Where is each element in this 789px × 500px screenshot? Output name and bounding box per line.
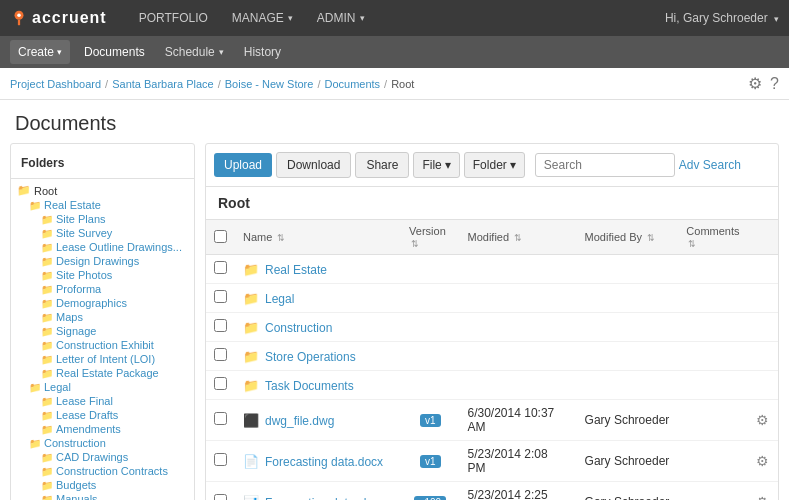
sidebar-item-site-plans[interactable]: 📁Site Plans (41, 212, 194, 226)
breadcrumb-actions: ⚙ ? (748, 74, 779, 93)
second-navigation: Create ▾ Documents Schedule ▾ History (0, 36, 789, 68)
sidebar-item-construction-exhibit[interactable]: 📁Construction Exhibit (41, 338, 194, 352)
modified-date: 5/23/2014 2:25 PM (460, 482, 577, 501)
breadcrumb-boise[interactable]: Boise - New Store (225, 78, 314, 90)
folder-icon: 📁 (41, 410, 53, 421)
upload-button[interactable]: Upload (214, 153, 272, 177)
nav-manage[interactable]: MANAGE ▾ (220, 0, 305, 36)
nav-portfolio[interactable]: PORTFOLIO (127, 0, 220, 36)
folder-link[interactable]: Construction (265, 321, 332, 335)
name-sort-icon[interactable]: ⇅ (277, 233, 285, 243)
doc-file-icon: 📄 (243, 454, 259, 469)
folder-icon: 📁 (41, 396, 53, 407)
folder-icon: 📁 (41, 480, 53, 491)
sidebar-item-letter-of-intent[interactable]: 📁Letter of Intent (LOI) (41, 352, 194, 366)
folder-link[interactable]: Real Estate (265, 263, 327, 277)
manage-caret: ▾ (288, 13, 293, 23)
breadcrumb-bar: Project Dashboard / Santa Barbara Place … (0, 68, 789, 100)
folder-link[interactable]: Legal (265, 292, 294, 306)
nav-documents[interactable]: Documents (74, 36, 155, 68)
folder-icon: 📁 (243, 291, 259, 306)
sidebar-item-signage[interactable]: 📁Signage (41, 324, 194, 338)
schedule-caret: ▾ (219, 47, 224, 57)
sidebar-item-site-photos[interactable]: 📁Site Photos (41, 268, 194, 282)
folder-icon: 📁 (41, 368, 53, 379)
sidebar-item-real-estate-package[interactable]: 📁Real Estate Package (41, 366, 194, 380)
file-table: Name ⇅ Version ⇅ Modified ⇅ Modified By … (206, 220, 778, 500)
row-checkbox[interactable] (214, 348, 227, 361)
adv-search-link[interactable]: Adv Search (679, 158, 741, 172)
modified-date: 5/23/2014 2:08 PM (460, 441, 577, 482)
table-row: 📁Legal (206, 284, 778, 313)
breadcrumb-santa-barbara[interactable]: Santa Barbara Place (112, 78, 214, 90)
sidebar-item-maps[interactable]: 📁Maps (41, 310, 194, 324)
row-checkbox[interactable] (214, 377, 227, 390)
folder-icon: 📁 (41, 270, 53, 281)
sidebar-item-budgets[interactable]: 📁Budgets (41, 478, 194, 492)
folder-icon: 📁 (41, 326, 53, 337)
sidebar-item-construction-contracts[interactable]: 📁Construction Contracts (41, 464, 194, 478)
breadcrumb-project-dashboard[interactable]: Project Dashboard (10, 78, 101, 90)
row-checkbox[interactable] (214, 494, 227, 500)
sidebar-item-amendments[interactable]: 📁Amendments (41, 422, 194, 436)
help-icon[interactable]: ? (770, 75, 779, 93)
table-row: ⬛dwg_file.dwg v1 6/30/2014 10:37 AM Gary… (206, 400, 778, 441)
row-checkbox[interactable] (214, 290, 227, 303)
create-button[interactable]: Create ▾ (10, 40, 70, 64)
folder-icon: 📁 (29, 200, 41, 211)
row-checkbox[interactable] (214, 453, 227, 466)
sidebar-item-lease-drafts[interactable]: 📁Lease Drafts (41, 408, 194, 422)
version-sort-icon[interactable]: ⇅ (411, 239, 419, 249)
share-button[interactable]: Share (355, 152, 409, 178)
modby-sort-icon[interactable]: ⇅ (647, 233, 655, 243)
folder-icon: 📁 (41, 452, 53, 463)
breadcrumb-root: Root (391, 78, 414, 90)
sidebar-item-root[interactable]: 📁 Root (17, 183, 194, 198)
sidebar-item-site-survey[interactable]: 📁Site Survey (41, 226, 194, 240)
sidebar-item-cad-drawings[interactable]: 📁CAD Drawings (41, 450, 194, 464)
table-row: 📁Construction (206, 313, 778, 342)
file-link[interactable]: Forecasting data.docx (265, 455, 383, 469)
sidebar-item-proforma[interactable]: 📁Proforma (41, 282, 194, 296)
modified-date: 6/30/2014 10:37 AM (460, 400, 577, 441)
folder-link[interactable]: Task Documents (265, 379, 354, 393)
folder-icon: 📁 (41, 466, 53, 477)
folder-icon: 📁 (41, 312, 53, 323)
search-input[interactable] (535, 153, 675, 177)
download-button[interactable]: Download (276, 152, 351, 178)
row-settings-icon[interactable]: ⚙ (756, 453, 769, 469)
select-all-checkbox[interactable] (214, 230, 227, 243)
svg-point-1 (17, 14, 21, 18)
sidebar-item-legal[interactable]: 📁 Legal (29, 380, 194, 394)
row-settings-icon[interactable]: ⚙ (756, 412, 769, 428)
file-link[interactable]: Forecasting data.xlsx (265, 496, 378, 501)
breadcrumb-documents[interactable]: Documents (324, 78, 380, 90)
brand-logo[interactable]: accruent (10, 9, 107, 27)
row-settings-icon[interactable]: ⚙ (756, 494, 769, 500)
sidebar-item-lease-final[interactable]: 📁Lease Final (41, 394, 194, 408)
comments-sort-icon[interactable]: ⇅ (688, 239, 696, 249)
sidebar-item-real-estate[interactable]: 📁 Real Estate (29, 198, 194, 212)
user-menu[interactable]: Hi, Gary Schroeder ▾ (665, 11, 779, 25)
settings-icon[interactable]: ⚙ (748, 74, 762, 93)
modified-sort-icon[interactable]: ⇅ (514, 233, 522, 243)
admin-caret: ▾ (360, 13, 365, 23)
row-checkbox[interactable] (214, 261, 227, 274)
nav-schedule[interactable]: Schedule ▾ (155, 36, 234, 68)
sidebar-item-demographics[interactable]: 📁Demographics (41, 296, 194, 310)
row-checkbox[interactable] (214, 412, 227, 425)
sidebar-item-manuals[interactable]: 📁Manuals (41, 492, 194, 500)
sidebar-item-lease-outline[interactable]: 📁Lease Outline Drawings... (41, 240, 194, 254)
nav-admin[interactable]: ADMIN ▾ (305, 0, 377, 36)
row-checkbox[interactable] (214, 319, 227, 332)
folder-dropdown-button[interactable]: Folder ▾ (464, 152, 525, 178)
folder-link[interactable]: Store Operations (265, 350, 356, 364)
file-link[interactable]: dwg_file.dwg (265, 414, 334, 428)
col-comments: Comments ⇅ (678, 220, 748, 255)
nav-history[interactable]: History (234, 36, 291, 68)
sidebar: Folders 📁 Root 📁 Real Estate 📁Site Plans… (10, 143, 195, 500)
sidebar-item-construction[interactable]: 📁 Construction (29, 436, 194, 450)
sidebar-item-design-drawings[interactable]: 📁Design Drawings (41, 254, 194, 268)
col-name: Name ⇅ (235, 220, 401, 255)
file-dropdown-button[interactable]: File ▾ (413, 152, 459, 178)
